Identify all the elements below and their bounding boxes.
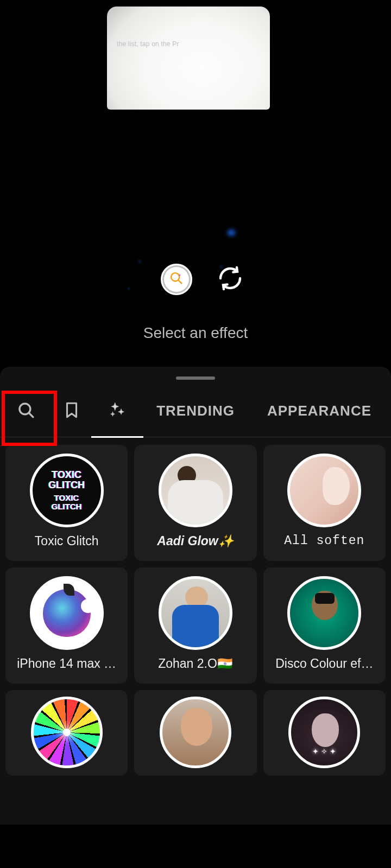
bookmark-icon <box>62 401 81 422</box>
effect-thumb: TOXIC GLITCH TOXIC GLITCH <box>30 454 104 527</box>
tab-appearance[interactable]: APPEARANCE <box>251 385 388 437</box>
effects-tabs: TRENDING APPEARANCE <box>0 385 391 437</box>
sheet-drag-handle[interactable] <box>176 376 215 380</box>
select-effect-prompt: Select an effect <box>0 324 391 342</box>
effect-label: iPhone 14 max … <box>17 656 116 671</box>
effect-thumb <box>31 697 103 768</box>
effect-label: Toxic Glitch <box>35 534 99 548</box>
switch-camera-icon <box>217 265 243 293</box>
effect-thumb <box>160 697 231 768</box>
effect-thumb <box>30 576 104 650</box>
camera-faint-text: the list, tap on the Pr <box>117 40 179 48</box>
apple-logo-icon <box>43 589 91 637</box>
nav-recent-apps-button[interactable] <box>57 838 73 854</box>
effect-label: Aadi Glow✨ <box>157 534 234 548</box>
thumb-text: GLITCH <box>52 502 82 511</box>
effect-card-disco-colour[interactable]: Disco Colour ef… <box>263 567 386 684</box>
effect-label: Disco Colour ef… <box>275 656 373 671</box>
thumb-text: TOXIC <box>52 470 81 480</box>
effect-thumb <box>159 454 232 527</box>
effect-card-aadi-glow[interactable]: Aadi Glow✨ <box>134 445 256 561</box>
nav-home-button[interactable] <box>187 838 204 854</box>
effect-label: All soften <box>284 534 364 548</box>
effect-thumb <box>288 697 360 768</box>
annotation-highlight-box <box>2 391 57 446</box>
thumb-text: GLITCH <box>48 480 85 490</box>
effect-card-toxic-glitch[interactable]: TOXIC GLITCH TOXIC GLITCH Toxic Glitch <box>5 445 128 561</box>
effect-thumb <box>159 576 232 650</box>
camera-blue-dot <box>226 229 236 237</box>
camera-light-area <box>107 7 270 110</box>
camera-preview[interactable]: the list, tap on the Pr <box>107 7 270 316</box>
effect-card-zohan[interactable]: Zohan 2.O🇮🇳 <box>134 567 256 684</box>
effect-card-woman[interactable] <box>134 690 256 776</box>
featured-tab-button[interactable] <box>94 385 140 437</box>
effect-card-iphone-14-max[interactable]: iPhone 14 max … <box>5 567 128 684</box>
effects-bottom-sheet: TRENDING APPEARANCE TOXIC GLITCH TOXIC G… <box>0 367 391 868</box>
search-sparkle-icon <box>169 271 184 288</box>
effect-card-all-soften[interactable]: All soften <box>263 445 386 561</box>
switch-camera-button[interactable] <box>216 265 244 293</box>
effect-thumb <box>287 454 361 527</box>
effect-search-capture-button[interactable] <box>161 264 192 295</box>
sparkles-icon <box>108 401 127 422</box>
effects-grid: TOXIC GLITCH TOXIC GLITCH Toxic Glitch A… <box>0 437 391 783</box>
effect-card-sparkle-portrait[interactable] <box>263 690 386 776</box>
nav-back-button[interactable] <box>318 838 334 854</box>
tab-trending[interactable]: TRENDING <box>140 385 251 437</box>
svg-line-1 <box>179 280 182 284</box>
effect-label: Zohan 2.O🇮🇳 <box>158 656 233 671</box>
android-nav-bar <box>0 825 391 868</box>
effect-card-rainbow-rays[interactable] <box>5 690 128 776</box>
thumb-text: TOXIC <box>54 494 79 502</box>
effect-thumb <box>287 576 361 650</box>
capture-row <box>107 264 270 295</box>
